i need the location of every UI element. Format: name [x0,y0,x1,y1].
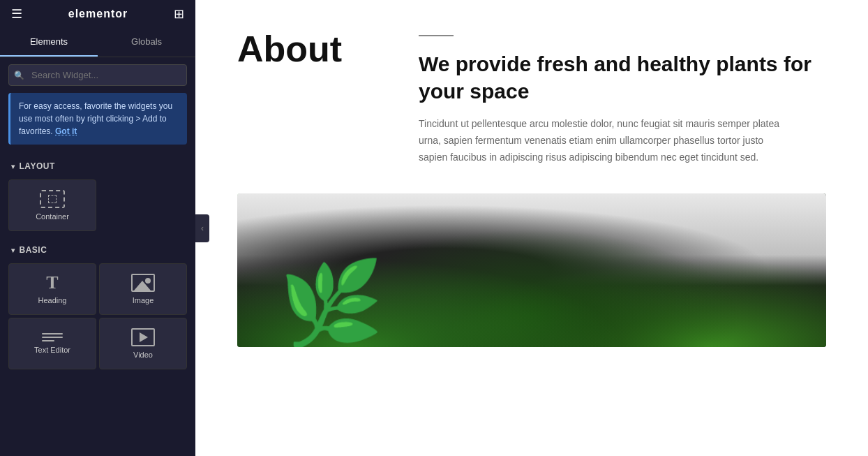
about-title: About [237,28,377,166]
layout-section-header[interactable]: Layout [0,156,195,177]
layout-widgets-grid: Container [0,177,195,240]
tab-globals[interactable]: Globals [98,28,195,57]
widget-heading[interactable]: T Heading [8,263,96,315]
hamburger-icon[interactable]: ☰ [11,6,22,22]
widget-text-editor[interactable]: Text Editor [8,318,96,369]
text-editor-label: Text Editor [34,346,70,354]
elementor-logo: elementor [68,8,128,20]
container-icon [40,190,65,208]
about-right: We provide fresh and healthy plants for … [419,28,826,166]
plant-image-section [237,193,826,347]
sidebar-header: ☰ elementor ⊞ [0,0,195,28]
video-label: Video [133,351,153,359]
about-heading: We provide fresh and healthy plants for … [419,50,826,105]
basic-label: Basic [20,245,47,255]
search-container [0,57,195,93]
tip-banner: For easy access, favorite the widgets yo… [8,93,187,145]
about-divider [419,35,454,36]
widget-video[interactable]: Video [99,318,187,369]
widget-image[interactable]: Image [99,263,187,315]
layout-label: Layout [20,161,55,171]
search-wrapper [8,64,187,86]
search-input[interactable] [8,64,187,86]
image-icon [131,274,155,292]
basic-widgets-grid: T Heading Image Text Editor Video [0,260,195,378]
container-label: Container [36,212,69,221]
tip-text: For easy access, favorite the widgets yo… [19,101,172,136]
image-label: Image [133,296,154,304]
widget-container[interactable]: Container [8,179,96,231]
collapse-sidebar-button[interactable]: ‹ [195,214,209,242]
sidebar-content: Layout Container Basic T Heading Image [0,150,195,456]
basic-section-header[interactable]: Basic [0,240,195,260]
about-body: Tincidunt ut pellentesque arcu molestie … [419,116,781,166]
heading-label: Heading [38,296,67,304]
video-icon [131,328,155,346]
got-it-button[interactable]: Got it [55,126,77,136]
about-section: About We provide fresh and healthy plant… [237,28,826,166]
text-editor-icon [42,333,63,341]
canvas: About We provide fresh and healthy plant… [195,0,868,456]
main-content: About We provide fresh and healthy plant… [195,0,868,456]
heading-icon: T [46,274,58,292]
sidebar-tabs: Elements Globals [0,28,195,57]
tab-elements[interactable]: Elements [0,28,98,57]
grid-icon[interactable]: ⊞ [174,6,184,22]
